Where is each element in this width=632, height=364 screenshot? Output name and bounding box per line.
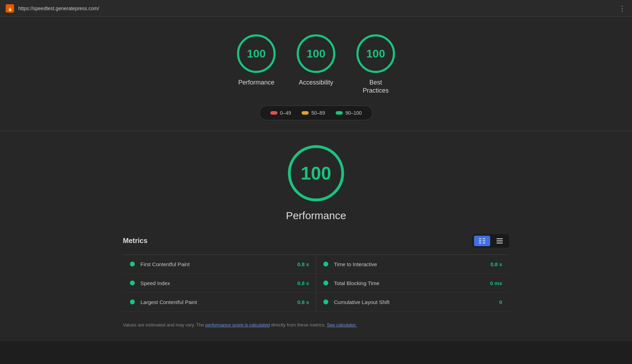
metric-name-tbt: Total Blocking Time [334, 280, 487, 286]
metrics-header: Metrics [123, 234, 509, 248]
metric-value-si: 0.8 s [297, 280, 309, 286]
footer-text-middle: directly from these metrics. [271, 322, 327, 328]
svg-rect-1 [479, 241, 481, 241]
score-value-accessibility: 100 [307, 47, 325, 60]
svg-rect-6 [496, 238, 503, 239]
metric-dot-tbt [323, 281, 328, 285]
metric-dot-lcp [130, 299, 135, 304]
metric-name-fcp: First Contentful Paint [140, 261, 294, 267]
metric-row-fcp: First Contentful Paint 0.8 s [123, 255, 316, 274]
metric-dot-tti [323, 262, 328, 267]
metric-value-tti: 0.8 s [491, 261, 502, 267]
legend-dot-orange [302, 111, 309, 115]
score-label-best-practices: BestPractices [363, 79, 389, 95]
metrics-grid: First Contentful Paint 0.8 s Speed Index… [123, 255, 509, 312]
metric-name-tti: Time to Interactive [334, 261, 487, 267]
metric-name-si: Speed Index [140, 280, 294, 286]
legend-label-red: 0–49 [280, 110, 291, 116]
url-bar[interactable]: https://speedtest.generatepress.com/ [18, 6, 619, 11]
footer-link-calculator[interactable]: performance score is calculated [205, 322, 270, 328]
legend: 0–49 50–89 90–100 [259, 106, 373, 120]
metric-value-lcp: 0.8 s [297, 299, 309, 305]
legend-label-orange: 50–89 [311, 110, 325, 116]
metric-row-tbt: Total Blocking Time 0 ms [316, 274, 509, 293]
toggle-grid-button[interactable] [474, 236, 490, 246]
svg-rect-2 [479, 243, 481, 243]
legend-item-green: 90–100 [336, 110, 362, 116]
main-score-label: Performance [286, 210, 346, 222]
metric-value-cls: 0 [499, 299, 502, 305]
metric-dot-fcp [130, 262, 135, 267]
metric-row-tti: Time to Interactive 0.8 s [316, 255, 509, 274]
footer-link-see-calculator[interactable]: See calculator. [327, 322, 357, 328]
top-section: 100 Performance 100 Accessibility 100 Be… [0, 17, 632, 131]
metrics-left-col: First Contentful Paint 0.8 s Speed Index… [123, 255, 316, 312]
browser-favicon: 🔥 [6, 4, 14, 13]
score-item-best-practices: 100 BestPractices [356, 34, 395, 95]
svg-rect-3 [483, 238, 485, 239]
metric-row-cls: Cumulative Layout Shift 0 [316, 293, 509, 312]
metric-row-lcp: Largest Contentful Paint 0.8 s [123, 293, 316, 312]
svg-rect-5 [483, 243, 485, 243]
score-value-best-practices: 100 [366, 47, 385, 60]
metric-dot-cls [323, 299, 328, 304]
metrics-right-col: Time to Interactive 0.8 s Total Blocking… [316, 255, 509, 312]
score-circles: 100 Performance 100 Accessibility 100 Be… [237, 34, 395, 95]
metrics-title: Metrics [123, 237, 147, 245]
score-value-performance: 100 [247, 47, 265, 60]
metric-name-cls: Cumulative Layout Shift [334, 299, 496, 305]
svg-rect-7 [496, 241, 503, 241]
footer-text-before: Values are estimated and may vary. The [123, 322, 205, 328]
footer-note: Values are estimated and may vary. The p… [123, 322, 509, 328]
legend-label-green: 90–100 [345, 110, 362, 116]
legend-item-red: 0–49 [270, 110, 291, 116]
main-score-value: 100 [301, 163, 331, 184]
score-circle-performance: 100 [237, 34, 276, 73]
score-item-accessibility: 100 Accessibility [297, 34, 335, 95]
svg-rect-4 [483, 241, 485, 241]
metric-dot-si [130, 281, 135, 285]
legend-dot-red [270, 111, 277, 115]
browser-bar: 🔥 https://speedtest.generatepress.com/ ⋮ [0, 0, 632, 17]
bottom-section: 100 Performance Metrics First Conten [0, 131, 632, 342]
score-item-performance: 100 Performance [237, 34, 276, 95]
metric-row-si: Speed Index 0.8 s [123, 274, 316, 293]
metrics-container: Metrics First Contentful Paint 0.8 s [123, 234, 509, 312]
toggle-list-button[interactable] [492, 236, 508, 246]
view-toggle [473, 234, 509, 248]
score-circle-accessibility: 100 [297, 34, 335, 73]
metric-value-tbt: 0 ms [490, 280, 502, 286]
legend-dot-green [336, 111, 343, 115]
browser-menu-icon[interactable]: ⋮ [619, 4, 626, 13]
score-circle-best-practices: 100 [356, 34, 395, 73]
metric-name-lcp: Largest Contentful Paint [140, 299, 294, 305]
svg-rect-0 [479, 238, 481, 239]
svg-rect-8 [496, 243, 503, 243]
legend-item-orange: 50–89 [302, 110, 325, 116]
score-label-performance: Performance [238, 79, 274, 87]
main-score-circle: 100 [288, 145, 344, 201]
metric-value-fcp: 0.8 s [297, 261, 309, 267]
score-label-accessibility: Accessibility [299, 79, 333, 87]
